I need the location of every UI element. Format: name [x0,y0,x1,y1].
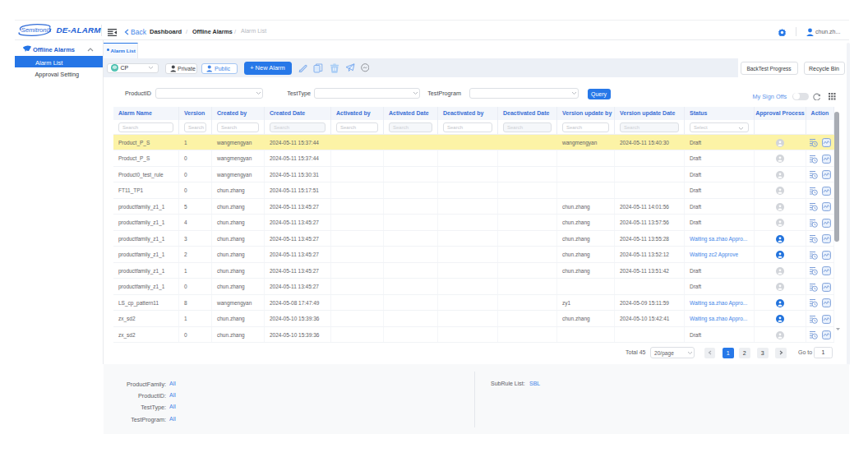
svg-text:DE-ALARM: DE-ALARM [57,25,102,35]
svg-text:Semitronix: Semitronix [21,26,53,34]
